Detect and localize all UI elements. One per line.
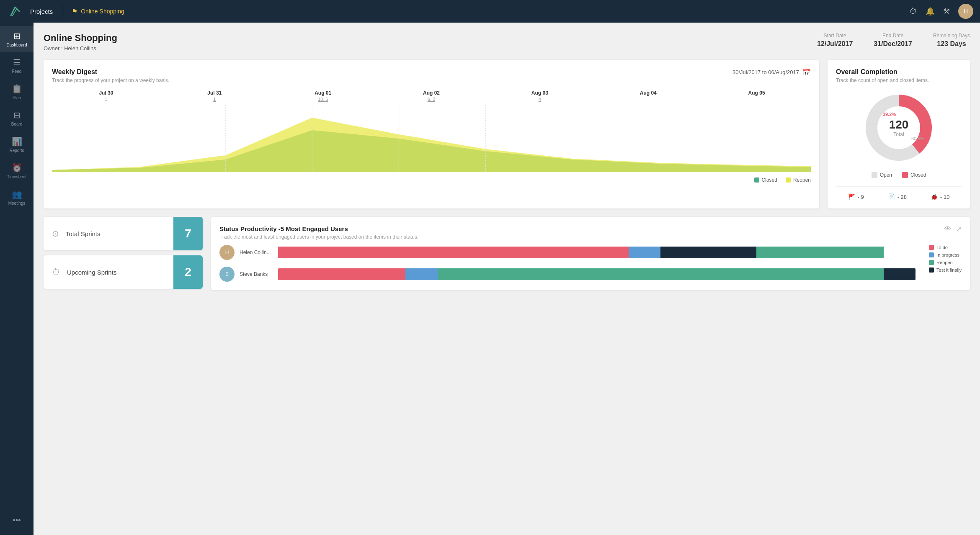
- flag-count: - 9: [858, 194, 864, 200]
- sidebar-label-plan: Plan: [13, 95, 21, 100]
- date-col-3: Aug 02 6, 2: [377, 90, 486, 102]
- sidebar-more-button[interactable]: •••: [13, 509, 21, 532]
- svg-text:60.8%: 60.8%: [911, 136, 924, 141]
- main-wrapper: ⊞ Dashboard ☰ Feed 📋 Plan ⊟ Board 📊 Repo…: [0, 23, 980, 535]
- donut-center: 120 Total: [889, 118, 909, 137]
- date-col-4: Aug 03 4: [485, 90, 594, 102]
- app-logo[interactable]: [7, 3, 23, 20]
- project-tab-name: Online Shopping: [81, 8, 124, 15]
- reopen-label: Reopen: [793, 177, 811, 183]
- sprint-section: ⊙ Total Sprints 7 ⏱ Upcoming Sprints 2: [44, 217, 203, 290]
- test-label: Test it finally: [936, 268, 962, 273]
- stat-flag: 🚩 - 9: [848, 193, 864, 200]
- date-col-1: Jul 31 1: [160, 90, 269, 102]
- sidebar-item-meetings[interactable]: 👥 Meetings: [0, 184, 34, 211]
- timesheet-icon: ⏰: [12, 163, 22, 173]
- overall-completion-card: Overall Completion Track the count of op…: [828, 60, 970, 208]
- sidebar-item-plan[interactable]: 📋 Plan: [0, 79, 34, 105]
- start-date-label: Start Date: [817, 33, 853, 39]
- productivity-header: Status Productivity -5 Most Engaged User…: [219, 225, 962, 240]
- remaining-days-meta: Remaining Days 123 Days: [933, 33, 970, 48]
- open-legend-label: Open: [880, 172, 892, 178]
- legend-reopen: Reopen: [929, 260, 962, 265]
- closed-label: Closed: [762, 177, 777, 183]
- sidebar-label-board: Board: [11, 122, 23, 126]
- sidebar: ⊞ Dashboard ☰ Feed 📋 Plan ⊟ Board 📊 Repo…: [0, 23, 34, 535]
- tools-button[interactable]: ⚒: [943, 7, 950, 16]
- flag-icon: 🚩: [848, 193, 855, 200]
- reopen-dot-legend: [929, 260, 934, 265]
- digest-header: Weekly Digest Track the progress of your…: [52, 68, 811, 83]
- user-avatar[interactable]: H: [958, 4, 973, 19]
- digest-subtitle: Track the progress of your project on a …: [52, 77, 169, 83]
- sidebar-item-feed[interactable]: ☰ Feed: [0, 52, 34, 79]
- upcoming-sprints-icon: ⏱: [52, 268, 60, 277]
- user-bar-helen: [278, 247, 916, 258]
- bar-test-s: [884, 268, 916, 280]
- project-tab[interactable]: ⚑ Online Shopping: [72, 8, 124, 15]
- project-title: Online Shopping: [44, 33, 117, 44]
- remaining-days-value: 123 Days: [933, 40, 970, 48]
- calendar-icon[interactable]: 📅: [802, 68, 811, 76]
- closed-dot-legend: [902, 172, 908, 178]
- digest-date-text: 30/Jul/2017 to 06/Aug/2017: [732, 69, 799, 75]
- upcoming-sprints-label: Upcoming Sprints: [67, 269, 116, 276]
- closed-legend-label: Closed: [910, 172, 926, 178]
- star-icon: ⚑: [72, 8, 77, 15]
- stat-bug: 🐞 - 10: [931, 193, 949, 200]
- completion-title: Overall Completion: [836, 68, 962, 76]
- todo-dot: [929, 245, 934, 250]
- reopen-label-legend: Reopen: [936, 260, 953, 265]
- sidebar-label-timesheet: Timesheet: [7, 175, 26, 179]
- total-sprints-count: 7: [173, 217, 203, 250]
- digest-title: Weekly Digest: [52, 68, 169, 76]
- project-owner: Owner : Helen Collins: [44, 45, 117, 51]
- status-productivity-card: Status Productivity -5 Most Engaged User…: [211, 217, 970, 290]
- donut-chart: 39.2% 60.8% 120 Total: [836, 90, 962, 165]
- user-row-helen: H Helen Collin...: [219, 245, 916, 260]
- bar-test: [756, 247, 884, 258]
- date-col-0: Jul 30 1: [52, 90, 160, 102]
- eye-icon[interactable]: 👁: [944, 225, 951, 233]
- todo-label: To do: [936, 245, 948, 250]
- doc-count: - 28: [897, 194, 907, 200]
- donut-legend: Open Closed: [836, 172, 962, 178]
- productivity-title-section: Status Productivity -5 Most Engaged User…: [219, 225, 418, 240]
- sidebar-item-dashboard[interactable]: ⊞ Dashboard: [0, 26, 34, 52]
- feed-icon: ☰: [13, 57, 21, 67]
- notifications-button[interactable]: 🔔: [926, 7, 935, 16]
- bug-icon: 🐞: [931, 193, 938, 200]
- bar-inprogress: [629, 247, 660, 258]
- sidebar-item-timesheet[interactable]: ⏰ Timesheet: [0, 158, 34, 184]
- history-button[interactable]: ⏱: [910, 7, 917, 16]
- user-avatar-helen: H: [219, 245, 235, 260]
- meetings-icon: 👥: [12, 189, 22, 199]
- upcoming-sprints-count: 2: [173, 255, 203, 289]
- project-header: Online Shopping Owner : Helen Collins St…: [44, 33, 970, 51]
- bar-inprogress-s: [405, 268, 437, 280]
- sidebar-item-board[interactable]: ⊟ Board: [0, 105, 34, 131]
- inprogress-dot: [929, 252, 934, 257]
- productivity-controls: 👁 ⤢: [944, 225, 962, 233]
- dashboard-icon: ⊞: [13, 31, 21, 41]
- projects-label[interactable]: Projects: [30, 8, 53, 15]
- nav-divider: [63, 5, 63, 18]
- productivity-title: Status Productivity -5 Most Engaged User…: [219, 225, 418, 232]
- productivity-content: H Helen Collin... S: [219, 245, 962, 282]
- bar-reopen-s: [438, 268, 884, 280]
- total-sprints-card: ⊙ Total Sprints 7: [44, 217, 203, 250]
- expand-icon[interactable]: ⤢: [956, 225, 962, 233]
- date-col-5: Aug 04: [594, 90, 702, 102]
- digest-date-range: 30/Jul/2017 to 06/Aug/2017 📅: [732, 68, 811, 76]
- legend-reopen: Reopen: [786, 177, 811, 183]
- bar-legend: To do In progress Reopen Test it fi: [929, 245, 962, 282]
- sidebar-label-meetings: Meetings: [8, 201, 26, 206]
- closed-dot: [754, 177, 759, 183]
- user-avatar-steve: S: [219, 267, 235, 282]
- total-sprints-info: ⊙ Total Sprints: [44, 229, 173, 239]
- bug-count: - 10: [940, 194, 949, 200]
- sidebar-item-reports[interactable]: 📊 Reports: [0, 131, 34, 158]
- sidebar-label-dashboard: Dashboard: [7, 43, 27, 47]
- content-area: Online Shopping Owner : Helen Collins St…: [34, 23, 980, 535]
- end-date-meta: End Date 31/Dec/2017: [874, 33, 912, 48]
